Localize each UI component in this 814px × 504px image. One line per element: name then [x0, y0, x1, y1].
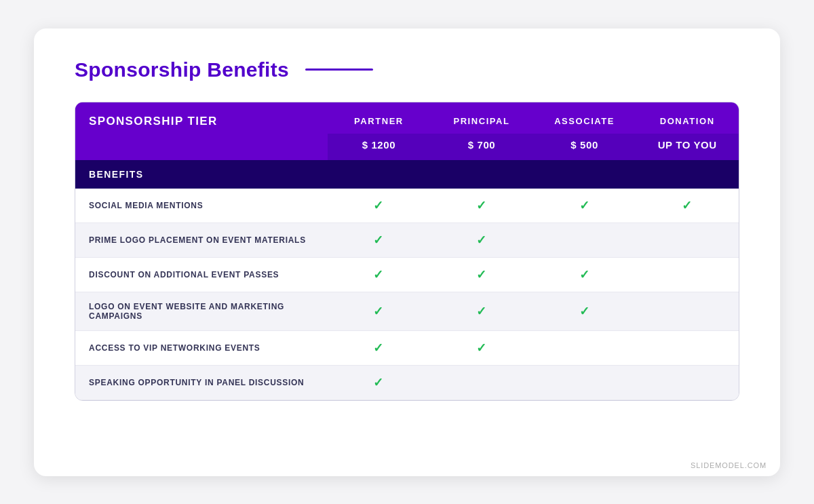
principal-check-icon: ✓: [476, 198, 487, 213]
associate-column-header: ASSOCIATE: [533, 102, 636, 134]
principal-check-cell: ✓: [430, 330, 533, 365]
principal-check-icon: ✓: [476, 341, 487, 355]
donation-check-cell: [636, 222, 739, 257]
partner-check-cell: ✓: [328, 330, 431, 365]
table-header-prices-row: $ 1200 $ 700 $ 500 UP TO YOU: [75, 134, 739, 160]
benefit-label: SPEAKING OPPORTUNITY IN PANEL DISCUSSION: [75, 365, 328, 400]
principal-column-header: PRINCIPAL: [430, 102, 533, 134]
associate-check-icon: ✓: [579, 198, 590, 213]
partner-check-icon: ✓: [373, 233, 384, 248]
donation-check-cell: [636, 330, 739, 365]
associate-check-cell: ✓: [533, 257, 636, 292]
partner-check-cell: ✓: [328, 365, 431, 400]
partner-column-header: PARTNER: [328, 102, 431, 134]
principal-check-cell: ✓: [430, 189, 533, 223]
table-row: SPEAKING OPPORTUNITY IN PANEL DISCUSSION…: [75, 365, 739, 400]
donation-price: UP TO YOU: [636, 134, 739, 160]
partner-check-icon: ✓: [373, 375, 384, 390]
benefit-label: DISCOUNT ON ADDITIONAL EVENT PASSES: [75, 257, 328, 292]
associate-check-cell: [533, 330, 636, 365]
principal-check-icon: ✓: [476, 267, 487, 282]
sponsorship-table-wrapper: SPONSORSHIP TIER PARTNER PRINCIPAL ASSOC…: [75, 102, 739, 401]
associate-check-icon: ✓: [579, 304, 590, 319]
benefit-label: LOGO ON EVENT WEBSITE AND MARKETING CAMP…: [75, 292, 328, 330]
donation-check-cell: [636, 292, 739, 330]
donation-column-header: DONATION: [636, 102, 739, 134]
table-header-names-row: SPONSORSHIP TIER PARTNER PRINCIPAL ASSOC…: [75, 102, 739, 134]
associate-check-cell: [533, 222, 636, 257]
watermark: SLIDEMODEL.COM: [691, 461, 767, 469]
donation-check-cell: [636, 365, 739, 400]
page-container: Sponsorship Benefits SPONSORSHIP TIER PA…: [0, 0, 814, 504]
principal-check-cell: ✓: [430, 222, 533, 257]
table-row: ACCESS TO VIP NETWORKING EVENTS✓✓: [75, 330, 739, 365]
table-row: PRIME LOGO PLACEMENT ON EVENT MATERIALS✓…: [75, 222, 739, 257]
principal-check-icon: ✓: [476, 304, 487, 319]
partner-check-icon: ✓: [373, 341, 384, 355]
table-row: LOGO ON EVENT WEBSITE AND MARKETING CAMP…: [75, 292, 739, 330]
principal-price: $ 700: [430, 134, 533, 160]
slide: Sponsorship Benefits SPONSORSHIP TIER PA…: [34, 28, 780, 476]
partner-check-icon: ✓: [373, 267, 384, 282]
principal-check-cell: ✓: [430, 257, 533, 292]
tier-price-spacer: [75, 134, 328, 160]
associate-check-cell: [533, 365, 636, 400]
donation-check-cell: ✓: [636, 189, 739, 223]
associate-price: $ 500: [533, 134, 636, 160]
principal-check-icon: ✓: [476, 233, 487, 248]
benefit-label: PRIME LOGO PLACEMENT ON EVENT MATERIALS: [75, 222, 328, 257]
slide-title-row: Sponsorship Benefits: [75, 58, 739, 81]
benefit-label: SOCIAL MEDIA MENTIONS: [75, 189, 328, 223]
associate-check-icon: ✓: [579, 267, 590, 282]
associate-check-cell: ✓: [533, 292, 636, 330]
partner-check-cell: ✓: [328, 189, 431, 223]
tier-column-header: SPONSORSHIP TIER: [75, 102, 328, 134]
principal-check-cell: [430, 365, 533, 400]
partner-check-icon: ✓: [373, 304, 384, 319]
table-row: SOCIAL MEDIA MENTIONS✓✓✓✓: [75, 189, 739, 223]
benefits-label: BENEFITS: [75, 160, 739, 189]
donation-check-icon: ✓: [682, 198, 693, 213]
benefits-header-row: BENEFITS: [75, 160, 739, 189]
partner-check-icon: ✓: [373, 198, 384, 213]
sponsorship-table: SPONSORSHIP TIER PARTNER PRINCIPAL ASSOC…: [75, 102, 739, 400]
partner-check-cell: ✓: [328, 222, 431, 257]
title-decorative-line: [305, 69, 373, 71]
principal-check-cell: ✓: [430, 292, 533, 330]
slide-title: Sponsorship Benefits: [75, 58, 289, 81]
partner-check-cell: ✓: [328, 257, 431, 292]
table-row: DISCOUNT ON ADDITIONAL EVENT PASSES✓✓✓: [75, 257, 739, 292]
donation-check-cell: [636, 257, 739, 292]
table-body: SOCIAL MEDIA MENTIONS✓✓✓✓PRIME LOGO PLAC…: [75, 189, 739, 400]
associate-check-cell: ✓: [533, 189, 636, 223]
partner-check-cell: ✓: [328, 292, 431, 330]
benefit-label: ACCESS TO VIP NETWORKING EVENTS: [75, 330, 328, 365]
partner-price: $ 1200: [328, 134, 431, 160]
